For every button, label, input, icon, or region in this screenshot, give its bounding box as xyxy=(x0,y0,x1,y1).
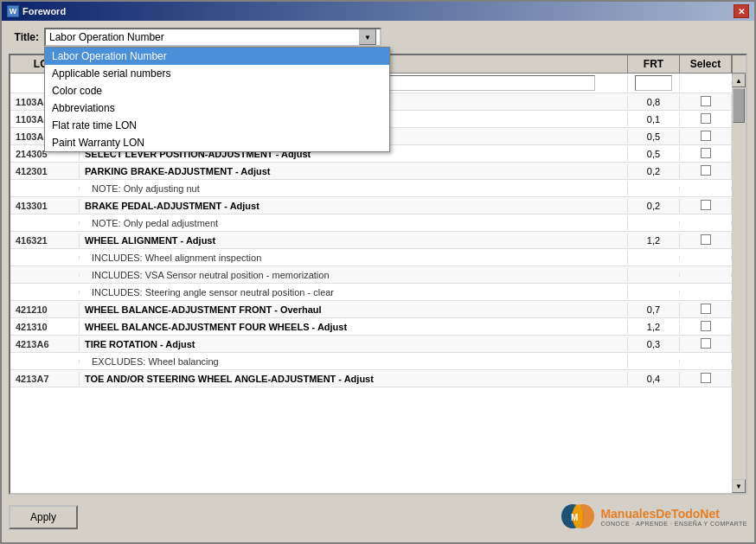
cell-desc: TIRE ROTATION - Adjust xyxy=(80,337,628,351)
logo-text: ManualesDeTodoNet CONOCE · APRENDE · ENS… xyxy=(600,507,747,527)
select-checkbox[interactable] xyxy=(701,96,711,106)
cell-frt xyxy=(628,74,680,93)
col-header-frt: FRT xyxy=(628,55,680,73)
table-row: EXCLUDES: Wheel balancing xyxy=(10,353,732,370)
cell-desc: NOTE: Only pedal adjustment xyxy=(80,216,628,230)
select-checkbox[interactable] xyxy=(701,165,711,176)
select-checkbox[interactable] xyxy=(701,338,711,349)
cell-frt: 0,2 xyxy=(628,199,680,213)
close-button[interactable]: ✕ xyxy=(734,4,749,18)
select-checkbox[interactable] xyxy=(701,200,711,210)
table-row: INCLUDES: Steering angle sensor neutral … xyxy=(10,284,732,301)
cell-frt: 0,5 xyxy=(628,130,680,144)
logo-net: Net xyxy=(700,507,720,521)
cell-lon xyxy=(10,256,80,259)
cell-select xyxy=(680,81,732,85)
cell-select xyxy=(680,221,732,225)
cell-lon xyxy=(10,291,80,294)
table-row: NOTE: Only pedal adjustment xyxy=(10,214,732,232)
dropdown-item-labor-op-num[interactable]: Labor Operation Number xyxy=(45,48,389,65)
cell-desc: INCLUDES: Wheel alignment inspection xyxy=(80,251,628,265)
svg-text:M: M xyxy=(571,513,578,522)
title-bar-left: W Foreword xyxy=(7,5,66,17)
cell-lon xyxy=(10,221,80,225)
cell-frt: 1,2 xyxy=(628,234,680,247)
cell-frt xyxy=(628,221,680,225)
dropdown-item-abbreviations[interactable]: Abbreviations xyxy=(45,99,389,117)
cell-select xyxy=(680,371,732,387)
cell-select xyxy=(680,336,732,352)
scrollbar-down-button[interactable]: ▼ xyxy=(732,479,746,493)
cell-select xyxy=(680,187,732,190)
select-checkbox[interactable] xyxy=(701,304,711,314)
cell-desc: BRAKE PEDAL-ADJUSTMENT - Adjust xyxy=(80,199,628,213)
cell-frt: 1,2 xyxy=(628,320,680,334)
cell-select xyxy=(680,302,732,317)
foreword-window: W Foreword ✕ Title: Labor Operation Numb… xyxy=(0,0,756,544)
scrollbar-track[interactable] xyxy=(732,87,746,479)
cell-lon: 413301 xyxy=(10,199,80,213)
cell-desc: EXCLUDES: Wheel balancing xyxy=(80,355,628,368)
cell-frt: 0,5 xyxy=(628,147,680,161)
cell-select xyxy=(680,112,732,127)
apply-button[interactable]: Apply xyxy=(9,505,78,529)
select-checkbox[interactable] xyxy=(701,321,711,331)
title-row: Title: Labor Operation Number ▼ Labor Op… xyxy=(9,28,747,47)
select-checkbox[interactable] xyxy=(701,131,711,141)
cell-lon xyxy=(10,187,80,190)
cell-frt: 0,8 xyxy=(628,95,680,109)
logo-sub-text: CONOCE · APRENDE · ENSEÑA Y COMPARTE xyxy=(600,521,747,527)
table-row: NOTE: Only adjusting nut xyxy=(10,180,732,197)
logo-prefix: ManualesDeTodo xyxy=(600,507,700,521)
cell-select xyxy=(680,291,732,294)
cell-desc: NOTE: Only adjusting nut xyxy=(80,182,628,195)
cell-lon: 4213A6 xyxy=(10,337,80,351)
cell-select xyxy=(680,94,732,110)
dropdown-arrow-button[interactable]: ▼ xyxy=(359,29,376,45)
dropdown-item-paint-warranty[interactable]: Paint Warranty LON xyxy=(45,134,389,151)
table-row: INCLUDES: Wheel alignment inspection xyxy=(10,249,732,266)
cell-desc: INCLUDES: VSA Sensor neutral position - … xyxy=(80,268,628,282)
cell-lon: 4213A7 xyxy=(10,372,80,386)
cell-frt: 0,1 xyxy=(628,112,680,126)
logo-icon: M xyxy=(561,502,595,532)
dropdown-menu: Labor Operation Number Applicable serial… xyxy=(44,47,390,152)
dropdown-item-color-code[interactable]: Color code xyxy=(45,82,389,99)
title-dropdown[interactable]: Labor Operation Number ▼ xyxy=(44,28,381,47)
select-checkbox[interactable] xyxy=(701,234,711,245)
scrollbar-up-button[interactable]: ▲ xyxy=(732,74,746,87)
table-row: 412301 PARKING BRAKE-ADJUSTMENT - Adjust… xyxy=(10,163,732,180)
cell-select xyxy=(680,273,732,277)
scrollbar-thumb[interactable] xyxy=(733,88,745,123)
select-checkbox[interactable] xyxy=(701,113,711,124)
dropdown-item-applicable-serial[interactable]: Applicable serial numbers xyxy=(45,65,389,82)
title-field-label: Title: xyxy=(9,31,39,43)
cell-frt xyxy=(628,273,680,277)
select-checkbox[interactable] xyxy=(701,148,711,158)
table-row: 4213A6 TIRE ROTATION - Adjust 0,3 xyxy=(10,336,732,353)
footer: Apply M ManualesDeTodoNet xyxy=(9,498,747,535)
dropdown-item-flat-rate-time[interactable]: Flat rate time LON xyxy=(45,117,389,134)
dropdown-wrapper: Labor Operation Number ▼ Labor Operation… xyxy=(44,28,381,47)
cell-select xyxy=(680,319,732,335)
cell-frt xyxy=(628,360,680,363)
vertical-scrollbar[interactable]: ▲ ▼ xyxy=(732,74,746,493)
cell-select xyxy=(680,163,732,179)
window-body: Title: Labor Operation Number ▼ Labor Op… xyxy=(2,21,754,542)
cell-frt: 0,4 xyxy=(628,372,680,386)
select-checkbox[interactable] xyxy=(701,373,711,383)
cell-select xyxy=(680,146,732,162)
window-title: Foreword xyxy=(22,6,66,16)
cell-frt: 0,3 xyxy=(628,337,680,351)
cell-desc: TOE AND/OR STEERING WHEEL ANGLE-ADJUSTME… xyxy=(80,372,628,386)
cell-lon xyxy=(10,273,80,277)
dropdown-value: Labor Operation Number xyxy=(49,31,164,43)
cell-frt xyxy=(628,187,680,190)
cell-frt xyxy=(628,256,680,259)
footer-logo: M ManualesDeTodoNet CONOCE · APRENDE · E… xyxy=(561,502,747,532)
cell-frt: 0,7 xyxy=(628,303,680,317)
cell-select xyxy=(680,360,732,363)
frt-input-1[interactable] xyxy=(635,75,671,91)
col-header-select: Select xyxy=(680,55,732,73)
cell-lon xyxy=(10,360,80,363)
